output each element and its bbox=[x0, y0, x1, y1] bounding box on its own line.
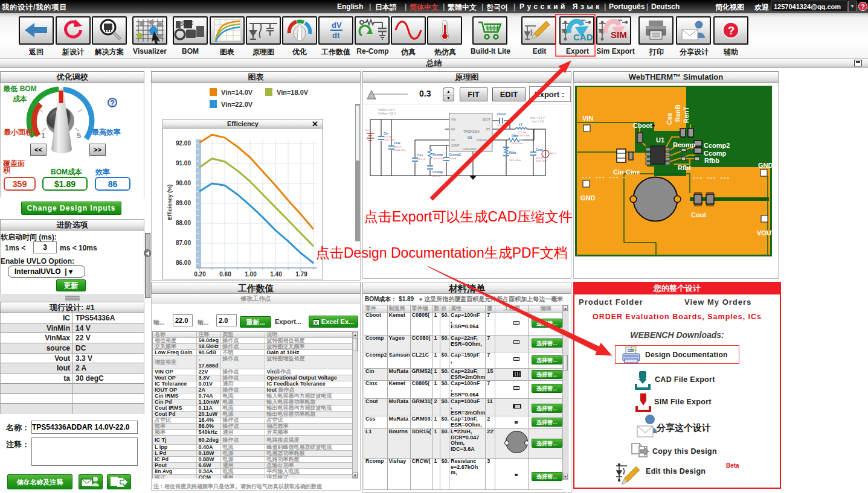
svg-text:点击Export可以生成CAD压缩文件: 点击Export可以生成CAD压缩文件 bbox=[364, 209, 573, 224]
svg-text:点击Design Documentation生成PDF文档: 点击Design Documentation生成PDF文档 bbox=[316, 245, 568, 261]
